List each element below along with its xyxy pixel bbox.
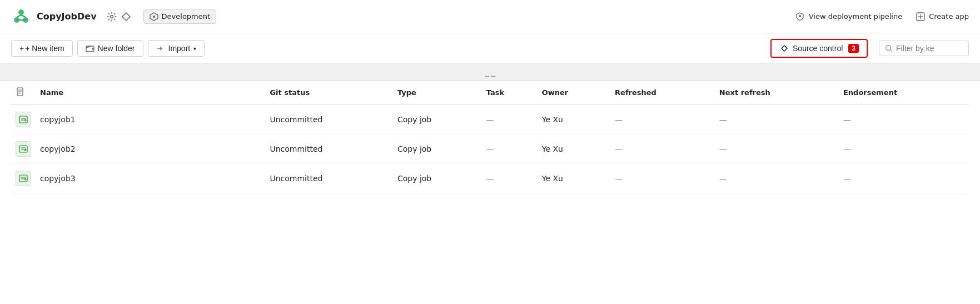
svg-rect-25 [19,116,27,123]
row-owner: Ye Xu [538,134,610,164]
env-badge[interactable]: Development [143,9,217,24]
svg-point-0 [18,9,24,15]
app-logo [11,7,31,27]
view-pipeline-label: View deployment pipeline [809,12,902,21]
import-chevron: ▾ [193,46,196,52]
new-item-plus-icon: + [19,44,24,53]
git-icon [779,43,789,53]
svg-point-19 [886,46,891,51]
th-icon [11,81,36,105]
table-row[interactable]: copyjob3 Uncommitted Copy job — Ye Xu — … [11,164,969,193]
file-icon [16,87,24,96]
svg-line-4 [21,15,26,17]
import-button[interactable]: Import ▾ [148,40,205,57]
th-name: Name [36,81,265,105]
logo-area: CopyJobDev Development [11,7,795,27]
th-type: Type [393,81,482,105]
table-container: Name Git status Type Task Owner Refreshe… [0,81,980,193]
import-icon [156,44,165,53]
row-icon-cell [11,134,36,164]
svg-line-3 [17,15,21,17]
row-endorsement: — [839,105,969,134]
svg-point-6 [110,15,113,18]
th-refreshed: Refreshed [610,81,715,105]
row-name[interactable]: copyjob3 [36,164,265,193]
import-label: Import [168,44,191,53]
new-item-label: + New item [25,44,64,53]
row-next-refresh: — [715,134,839,164]
row-owner: Ye Xu [538,105,610,134]
th-owner: Owner [538,81,610,105]
svg-line-20 [891,50,893,52]
view-deployment-pipeline[interactable]: View deployment pipeline [795,12,902,22]
svg-marker-7 [122,13,130,21]
env-label: Development [162,12,211,21]
svg-point-8 [153,16,155,18]
folder-icon [86,44,94,53]
row-task: — [482,134,538,164]
header-right: View deployment pipeline Create app [795,12,969,22]
row-next-refresh: — [715,105,839,134]
row-type: Copy job [393,164,482,193]
item-type-icon [16,112,31,127]
env-icon [150,12,158,21]
svg-point-9 [799,15,801,17]
new-folder-button[interactable]: New folder [77,40,143,57]
row-endorsement: — [839,164,969,193]
divider-row: ⎯ ⎯ [0,64,980,81]
new-item-button[interactable]: + + New item [11,40,73,57]
row-next-refresh: — [715,164,839,193]
row-task: — [482,105,538,134]
table-header-row: Name Git status Type Task Owner Refreshe… [11,81,969,105]
settings-icon[interactable] [107,12,117,22]
row-endorsement: — [839,134,969,164]
deployment-icon [795,12,805,22]
svg-rect-29 [19,175,27,182]
row-refreshed: — [610,105,715,134]
row-refreshed: — [610,134,715,164]
row-git-status: Uncommitted [265,105,393,134]
row-type: Copy job [393,134,482,164]
items-table: Name Git status Type Task Owner Refreshe… [11,81,969,193]
filter-input[interactable] [896,44,963,53]
item-type-icon [16,171,31,186]
search-icon [885,44,893,52]
row-owner: Ye Xu [538,164,610,193]
filter-area[interactable] [879,41,969,56]
table-row[interactable]: copyjob1 Uncommitted Copy job — Ye Xu — … [11,105,969,134]
toolbar: + + New item New folder Import ▾ Source … [0,33,980,64]
source-control-button[interactable]: Source control 3 [770,39,868,58]
item-type-icon [16,141,31,157]
th-next-refresh: Next refresh [715,81,839,105]
th-git-status: Git status [265,81,393,105]
diamond-icon[interactable] [121,12,131,22]
row-task: — [482,164,538,193]
row-name[interactable]: copyjob1 [36,105,265,134]
svg-rect-27 [19,146,27,152]
new-folder-label: New folder [98,44,135,53]
source-control-badge: 3 [848,44,859,53]
th-endorsement: Endorsement [839,81,969,105]
drag-handle: ⎯ ⎯ [485,68,495,77]
row-icon-cell [11,164,36,193]
table-row[interactable]: copyjob2 Uncommitted Copy job — Ye Xu — … [11,134,969,164]
row-type: Copy job [393,105,482,134]
row-git-status: Uncommitted [265,164,393,193]
row-icon-cell [11,105,36,134]
source-control-label: Source control [793,44,843,53]
create-app-icon [916,12,926,22]
row-name[interactable]: copyjob2 [36,134,265,164]
row-git-status: Uncommitted [265,134,393,164]
app-name: CopyJobDev [37,11,97,22]
create-app-label: Create app [929,12,969,21]
header-icons [107,12,131,22]
top-header: CopyJobDev Development V [0,0,980,33]
row-refreshed: — [610,164,715,193]
create-app[interactable]: Create app [916,12,969,22]
th-task: Task [482,81,538,105]
table-body: copyjob1 Uncommitted Copy job — Ye Xu — … [11,105,969,193]
